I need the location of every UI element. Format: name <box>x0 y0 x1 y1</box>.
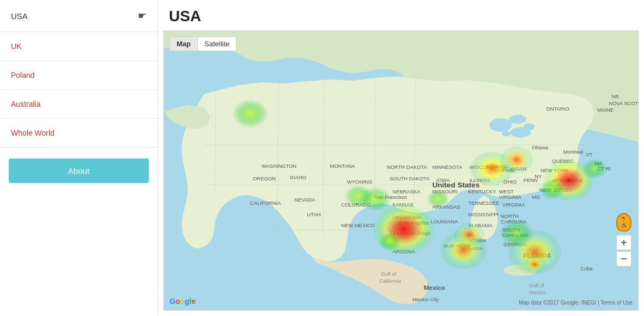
sidebar-item-uk[interactable]: UK <box>0 32 157 61</box>
svg-text:MINNESOTA: MINNESOTA <box>432 164 463 170</box>
svg-text:Ottawa: Ottawa <box>532 144 549 150</box>
svg-text:OHIO: OHIO <box>503 179 517 185</box>
svg-text:IDAHO: IDAHO <box>290 174 306 180</box>
svg-text:Cuba: Cuba <box>580 265 593 271</box>
svg-text:GEORGIA: GEORGIA <box>503 241 528 247</box>
map-background: WASHINGTON OREGON CALIFORNIA IDAHO NEVAD… <box>164 31 638 310</box>
svg-text:NEW MEXICO: NEW MEXICO <box>341 222 375 228</box>
svg-text:UTAH: UTAH <box>307 211 321 217</box>
map-view-button[interactable]: Map <box>170 37 198 51</box>
sidebar-item-poland[interactable]: Poland <box>0 61 157 90</box>
sidebar-item-usa[interactable]: USA ☛ <box>0 0 157 32</box>
sidebar-item-australia-label: Australia <box>11 100 40 108</box>
svg-text:Gulf of: Gulf of <box>529 282 544 288</box>
svg-text:VT: VT <box>586 151 593 157</box>
svg-point-4 <box>511 127 531 138</box>
svg-point-2 <box>509 115 526 124</box>
zoom-out-button[interactable]: − <box>616 251 631 266</box>
sidebar: USA ☛ UK Poland Australia Whole World Ab… <box>0 0 158 316</box>
zoom-in-button[interactable]: + <box>616 235 631 250</box>
svg-text:TENNESSEE: TENNESSEE <box>468 200 499 206</box>
svg-text:KENTUCKY: KENTUCKY <box>468 189 496 195</box>
google-logo: Google <box>169 297 196 306</box>
svg-text:Mexico: Mexico <box>529 289 545 295</box>
about-button[interactable]: About <box>9 159 149 183</box>
svg-text:oDallas: oDallas <box>469 237 487 243</box>
svg-text:California: California <box>379 278 401 284</box>
svg-text:WYOMING: WYOMING <box>347 179 373 185</box>
page-title: USA <box>158 0 644 31</box>
svg-text:WASHINGTON: WASHINGTON <box>262 163 296 169</box>
svg-text:MD: MD <box>532 194 540 200</box>
svg-text:NB: NB <box>612 93 619 99</box>
svg-text:oHouston: oHouston <box>461 245 483 251</box>
svg-point-5 <box>502 131 511 136</box>
satellite-view-button[interactable]: Satellite <box>198 37 236 51</box>
svg-text:LOUISIANA: LOUISIANA <box>430 218 458 224</box>
svg-text:San Francisco: San Francisco <box>374 194 407 200</box>
svg-text:NY: NY <box>535 173 543 179</box>
sidebar-item-usa-label: USA <box>11 11 28 21</box>
sidebar-item-whole-world[interactable]: Whole World <box>0 119 157 148</box>
svg-text:NEBRASKA: NEBRASKA <box>392 189 421 195</box>
svg-text:CT RI: CT RI <box>597 166 610 172</box>
pegman-icon[interactable]: 🚶 <box>616 213 631 232</box>
svg-text:VIRGINIA: VIRGINIA <box>499 194 522 200</box>
svg-text:Montreal: Montreal <box>563 149 584 155</box>
sidebar-item-uk-label: UK <box>11 42 21 51</box>
zoom-controls: 🚶 + − <box>616 213 631 266</box>
svg-text:NEW YORK: NEW YORK <box>540 167 569 173</box>
map-footer: Google <box>169 297 196 306</box>
svg-text:MA: MA <box>594 160 603 166</box>
svg-text:SOUTH DAKOTA: SOUTH DAKOTA <box>390 175 430 181</box>
svg-text:KANSAS: KANSAS <box>392 202 413 208</box>
sidebar-item-australia[interactable]: Australia <box>0 90 157 119</box>
svg-text:CAROLINA: CAROLINA <box>501 218 527 224</box>
svg-text:CAROLINA: CAROLINA <box>502 232 529 238</box>
svg-text:Gulf of: Gulf of <box>381 271 396 277</box>
main-content: USA <box>158 0 644 316</box>
svg-text:VIRGINIA: VIRGINIA <box>502 202 525 208</box>
svg-text:oChicago: oChicago <box>487 163 508 169</box>
svg-text:Mexico City: Mexico City <box>412 296 439 302</box>
svg-text:ALABAMA: ALABAMA <box>468 222 493 228</box>
svg-text:ARKANSAS: ARKANSAS <box>432 204 460 210</box>
svg-text:NORTH DAKOTA: NORTH DAKOTA <box>387 164 427 170</box>
svg-text:NORTH: NORTH <box>501 213 519 219</box>
svg-text:MISSOURI: MISSOURI <box>432 189 457 195</box>
svg-text:Mexico: Mexico <box>424 284 445 291</box>
sidebar-item-poland-label: Poland <box>11 71 35 80</box>
svg-text:NEW JERSEY: NEW JERSEY <box>539 187 573 193</box>
svg-text:oLos Angeles: oLos Angeles <box>398 220 429 226</box>
svg-text:OKLAHOMA: OKLAHOMA <box>392 214 422 220</box>
svg-point-6 <box>503 264 538 276</box>
svg-text:ONTARIO: ONTARIO <box>546 106 569 112</box>
svg-text:MAINE: MAINE <box>597 107 613 113</box>
svg-text:WEST: WEST <box>499 189 514 195</box>
svg-text:MONTANA: MONTANA <box>330 163 355 169</box>
svg-text:CALIFORNIA: CALIFORNIA <box>250 200 281 206</box>
svg-text:San Diego: San Diego <box>406 230 430 236</box>
svg-text:SOUTH: SOUTH <box>502 227 520 233</box>
svg-text:TEXAS: TEXAS <box>390 230 406 236</box>
svg-text:COLORADO: COLORADO <box>341 202 370 208</box>
svg-text:oPhiladelphia: oPhiladelphia <box>552 177 583 183</box>
svg-text:FLORIDA: FLORIDA <box>524 252 551 259</box>
cursor-icon: ☛ <box>138 10 147 22</box>
svg-text:United States: United States <box>432 181 479 189</box>
svg-text:NOVA SCOTI.: NOVA SCOTI. <box>609 100 638 106</box>
map-controls: Map Satellite <box>169 37 236 51</box>
sidebar-item-whole-world-label: Whole World <box>11 129 54 137</box>
svg-text:QUÉBEC: QUÉBEC <box>552 158 574 164</box>
svg-text:ARIZONA: ARIZONA <box>392 248 415 254</box>
map-attribution: Map data ©2017 Google, INEGI | Terms of … <box>519 300 633 306</box>
svg-text:OREGON: OREGON <box>253 175 276 181</box>
map-container: WASHINGTON OREGON CALIFORNIA IDAHO NEVAD… <box>163 31 639 311</box>
svg-text:NEVADA: NEVADA <box>295 197 316 203</box>
svg-text:MISSISSIPPI: MISSISSIPPI <box>468 211 499 217</box>
svg-point-1 <box>489 118 512 132</box>
